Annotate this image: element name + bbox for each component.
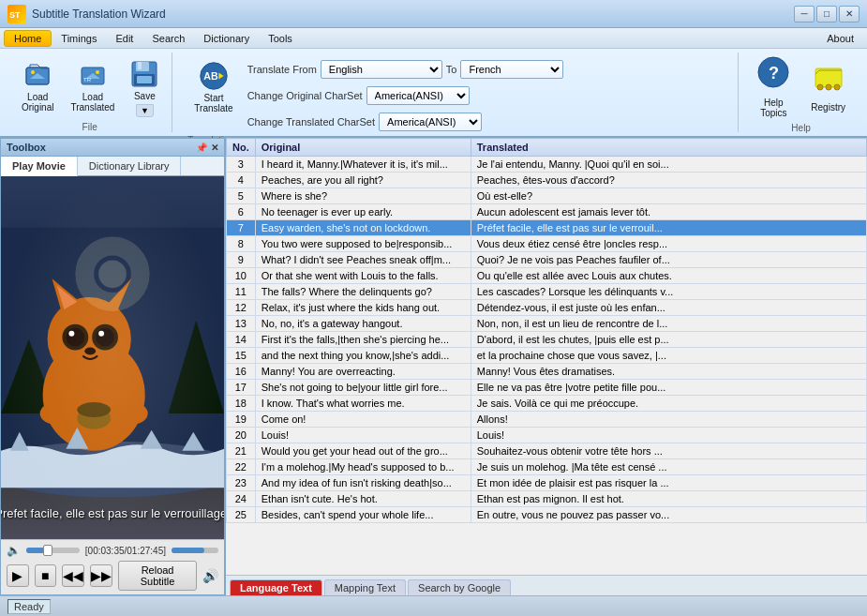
menu-search[interactable]: Search — [142, 31, 194, 46]
rewind-button[interactable]: ◀◀ — [62, 564, 84, 587]
table-row[interactable]: 24 Ethan isn't cute. He's hot. Ethan est… — [227, 491, 867, 507]
table-row[interactable]: 11 The falls? Where the delinquents go? … — [227, 284, 867, 300]
table-row[interactable]: 25 Besides, can't spend your whole life.… — [227, 507, 867, 523]
ribbon-group-translation: AB StartTranslate Translate From English… — [176, 53, 739, 132]
fast-forward-button[interactable]: ▶▶ — [90, 564, 112, 587]
load-translated-button[interactable]: TR LoadTranslated — [64, 55, 121, 117]
menu-edit[interactable]: Edit — [106, 31, 142, 46]
cell-no: 21 — [227, 443, 256, 459]
cell-no: 7 — [227, 220, 256, 236]
cell-original: Ethan isn't cute. He's hot. — [255, 491, 471, 507]
table-row[interactable]: 14 First it's the falls,|then she's pier… — [227, 332, 867, 348]
save-label: Save — [134, 91, 156, 101]
toolbox-pin-button[interactable]: 📌 — [196, 143, 207, 153]
svg-point-35 — [114, 402, 148, 425]
menu-home[interactable]: Home — [4, 30, 52, 47]
svg-point-33 — [77, 402, 111, 417]
table-row[interactable]: 23 And my idea of fun isn't risking deat… — [227, 475, 867, 491]
table-row[interactable]: 5 Where is she? Où est-elle? — [227, 188, 867, 204]
tab-play-movie[interactable]: Play Movie — [1, 157, 78, 176]
cell-no: 14 — [227, 332, 256, 348]
toolbox-header-controls: 📌 ✕ — [196, 143, 218, 153]
title-bar-left: ST Subtitle Translation Wizard — [7, 5, 166, 23]
svg-text:ST: ST — [9, 10, 21, 20]
cell-translated: Détendez-vous, il est juste où les enfan… — [471, 300, 866, 316]
table-row[interactable]: 12 Relax, it's just where the kids hang … — [227, 300, 867, 316]
table-row[interactable]: 13 No, no, it's a gateway hangout. Non, … — [227, 316, 867, 332]
table-row[interactable]: 22 I'm a molehog.|My head's supposed to … — [227, 459, 867, 475]
tab-language-text[interactable]: Language Text — [230, 579, 322, 595]
seekbar[interactable] — [26, 548, 80, 553]
start-translate-icon: AB — [199, 61, 229, 91]
menu-tools[interactable]: Tools — [259, 31, 302, 46]
load-translated-label: LoadTranslated — [70, 92, 114, 113]
table-row[interactable]: 7 Easy warden, she's not on lockdown. Pr… — [227, 220, 867, 236]
table-row[interactable]: 15 and the next thing you know,|she's ad… — [227, 348, 867, 364]
menu-about[interactable]: About — [817, 31, 863, 46]
table-row[interactable]: 16 Manny! You are overreacting. Manny! V… — [227, 364, 867, 380]
video-frame — [1, 176, 224, 539]
table-row[interactable]: 4 Peaches, are you all right? Peaches, ê… — [227, 173, 867, 188]
volume-icon[interactable]: 🔊 — [202, 568, 218, 583]
svg-point-18 — [817, 84, 823, 90]
menu-timings[interactable]: Timings — [52, 31, 106, 46]
cell-no: 25 — [227, 507, 256, 523]
table-row[interactable]: 6 No teenager is ever up early. Aucun ad… — [227, 204, 867, 220]
cell-translated: Aucun adolescent est jamais lever tôt. — [471, 204, 866, 220]
close-button[interactable]: ✕ — [839, 6, 860, 23]
table-row[interactable]: 18 I know. That's what worries me. Je sa… — [227, 396, 867, 412]
cell-original: Manny! You are overreacting. — [255, 364, 471, 380]
app-icon: ST — [7, 5, 26, 23]
cell-no: 15 — [227, 348, 256, 364]
charset-orig-label: Change Original CharSet — [247, 90, 363, 101]
toolbox-close-button[interactable]: ✕ — [211, 143, 218, 153]
ribbon-group-file: LoadOriginal TR LoadTranslated — [7, 53, 172, 132]
save-dropdown-button[interactable]: ▼ — [136, 104, 154, 117]
stop-button[interactable]: ■ — [35, 564, 57, 587]
table-row[interactable]: 20 Louis! Louis! — [227, 428, 867, 443]
app-title: Subtitle Translation Wizard — [32, 8, 166, 21]
table-row[interactable]: 19 Come on! Allons! — [227, 412, 867, 428]
subtitle-table[interactable]: No. Original Translated 3 I heard it, Ma… — [226, 138, 867, 575]
save-button[interactable]: Save — [125, 56, 164, 104]
play-button[interactable]: ▶ — [7, 564, 29, 587]
translate-to-select[interactable]: French English Spanish — [460, 60, 563, 79]
maximize-button[interactable]: □ — [816, 6, 837, 23]
volume-fill — [172, 548, 204, 553]
reload-subtitle-button[interactable]: Reload Subtitle — [118, 561, 197, 591]
progress-row: 🔈 [00:03:35/01:27:45] — [7, 544, 218, 557]
cell-no: 4 — [227, 173, 256, 188]
table-row[interactable]: 8 You two were supposed to be|responsib.… — [227, 236, 867, 252]
col-translated: Translated — [471, 139, 866, 157]
cell-original: Or that she went with Louis to the falls… — [255, 268, 471, 284]
cell-original: Come on! — [255, 412, 471, 428]
cell-translated: Ethan est pas mignon. Il est hot. — [471, 491, 866, 507]
start-translate-label: StartTranslate — [194, 93, 232, 113]
volume-bar[interactable] — [172, 548, 218, 553]
cell-original: Would you get your head out of the gro..… — [255, 443, 471, 459]
table-row[interactable]: 10 Or that she went with Louis to the fa… — [227, 268, 867, 284]
seekbar-handle[interactable] — [43, 545, 52, 556]
load-original-button[interactable]: LoadOriginal — [15, 55, 60, 117]
table-row[interactable]: 21 Would you get your head out of the gr… — [227, 443, 867, 459]
help-topics-button[interactable]: ? HelpTopics — [750, 53, 797, 121]
start-translate-button[interactable]: AB StartTranslate — [187, 56, 239, 118]
table-row[interactable]: 3 I heard it, Manny.|Whatever it is, it'… — [227, 157, 867, 173]
minimize-button[interactable]: ─ — [794, 6, 815, 23]
registry-icon — [812, 61, 845, 100]
table-row[interactable]: 17 She's not going to be|your little gir… — [227, 380, 867, 396]
svg-point-34 — [40, 402, 74, 425]
svg-point-37 — [98, 260, 127, 288]
tab-mapping-text[interactable]: Mapping Text — [324, 579, 406, 595]
tab-dictionary-library[interactable]: Dictionary Library — [78, 157, 182, 175]
tab-search-google[interactable]: Search by Google — [408, 579, 511, 595]
charset-orig-select[interactable]: America(ANSI) UTF-8 — [366, 86, 470, 105]
table-row[interactable]: 9 What? I didn't see Peaches sneak off|m… — [227, 252, 867, 268]
table-area: No. Original Translated 3 I heard it, Ma… — [225, 138, 867, 595]
status-text: Ready — [14, 601, 44, 612]
help-buttons: ? HelpTopics Registry — [750, 53, 852, 121]
menu-dictionary[interactable]: Dictionary — [194, 31, 259, 46]
charset-trans-select[interactable]: America(ANSI) UTF-8 — [379, 113, 482, 131]
registry-button[interactable]: Registry — [804, 58, 852, 115]
translate-from-select[interactable]: English French Spanish — [321, 60, 442, 79]
